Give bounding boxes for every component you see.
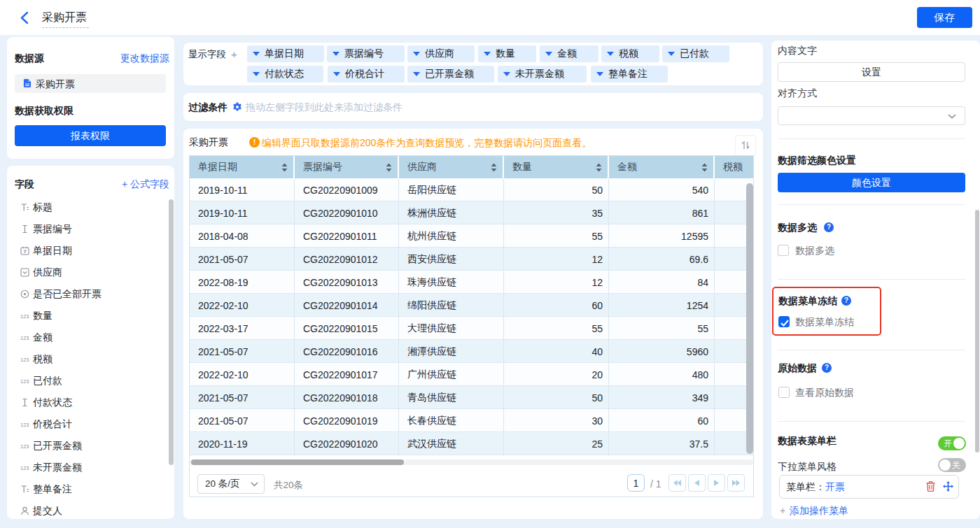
svg-text:123: 123 xyxy=(20,378,29,385)
svg-text:123: 123 xyxy=(20,357,29,363)
svg-text:123: 123 xyxy=(20,443,29,450)
svg-text:123: 123 xyxy=(20,313,29,320)
svg-text:123: 123 xyxy=(20,335,29,341)
svg-text:123: 123 xyxy=(20,465,29,471)
svg-text:123: 123 xyxy=(20,422,29,428)
